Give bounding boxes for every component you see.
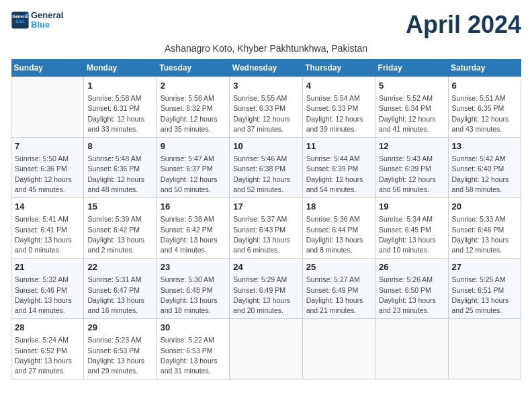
day-cell: 29Sunrise: 5:23 AM Sunset: 6:53 PM Dayli…	[84, 319, 157, 379]
week-row-2: 7Sunrise: 5:50 AM Sunset: 6:36 PM Daylig…	[11, 138, 521, 198]
day-number: 28	[15, 322, 80, 334]
day-number: 23	[161, 261, 226, 273]
day-cell: 12Sunrise: 5:43 AM Sunset: 6:39 PM Dayli…	[375, 138, 448, 198]
day-cell: 8Sunrise: 5:48 AM Sunset: 6:36 PM Daylig…	[84, 138, 157, 198]
day-cell: 1Sunrise: 5:58 AM Sunset: 6:31 PM Daylig…	[84, 77, 157, 138]
day-info: Sunrise: 5:42 AM Sunset: 6:40 PM Dayligh…	[452, 154, 517, 195]
day-number: 10	[233, 140, 298, 152]
day-cell: 21Sunrise: 5:32 AM Sunset: 6:46 PM Dayli…	[11, 259, 84, 319]
day-cell: 16Sunrise: 5:38 AM Sunset: 6:42 PM Dayli…	[157, 198, 229, 259]
day-info: Sunrise: 5:23 AM Sunset: 6:53 PM Dayligh…	[87, 335, 152, 376]
day-cell: 15Sunrise: 5:39 AM Sunset: 6:42 PM Dayli…	[84, 198, 157, 259]
day-cell: 25Sunrise: 5:27 AM Sunset: 6:49 PM Dayli…	[302, 259, 375, 319]
day-cell: 11Sunrise: 5:44 AM Sunset: 6:39 PM Dayli…	[302, 138, 375, 198]
day-info: Sunrise: 5:58 AM Sunset: 6:31 PM Dayligh…	[87, 93, 152, 134]
day-info: Sunrise: 5:50 AM Sunset: 6:36 PM Dayligh…	[15, 154, 80, 195]
month-title-section: April 2024	[406, 11, 521, 39]
day-cell: 6Sunrise: 5:51 AM Sunset: 6:35 PM Daylig…	[448, 77, 521, 138]
day-info: Sunrise: 5:38 AM Sunset: 6:42 PM Dayligh…	[161, 214, 226, 255]
day-number: 15	[87, 201, 152, 213]
logo-text-line2: Blue	[31, 20, 63, 30]
day-info: Sunrise: 5:30 AM Sunset: 6:48 PM Dayligh…	[161, 275, 226, 316]
calendar-body: 1Sunrise: 5:58 AM Sunset: 6:31 PM Daylig…	[11, 77, 521, 379]
day-cell	[230, 319, 302, 379]
calendar-table: SundayMondayTuesdayWednesdayThursdayFrid…	[11, 59, 521, 379]
day-cell: 22Sunrise: 5:31 AM Sunset: 6:47 PM Dayli…	[84, 259, 157, 319]
day-cell: 23Sunrise: 5:30 AM Sunset: 6:48 PM Dayli…	[157, 259, 229, 319]
day-number: 5	[379, 80, 444, 92]
day-info: Sunrise: 5:22 AM Sunset: 6:53 PM Dayligh…	[161, 335, 226, 376]
day-number: 26	[379, 261, 444, 273]
day-info: Sunrise: 5:48 AM Sunset: 6:36 PM Dayligh…	[87, 154, 152, 195]
week-row-3: 14Sunrise: 5:41 AM Sunset: 6:41 PM Dayli…	[11, 198, 521, 259]
logo-text-line1: General	[31, 11, 63, 20]
day-info: Sunrise: 5:52 AM Sunset: 6:34 PM Dayligh…	[379, 93, 444, 134]
svg-text:Blue: Blue	[15, 19, 25, 24]
day-number: 2	[161, 80, 226, 92]
week-row-1: 1Sunrise: 5:58 AM Sunset: 6:31 PM Daylig…	[11, 77, 521, 138]
day-number: 20	[452, 201, 517, 213]
day-info: Sunrise: 5:24 AM Sunset: 6:52 PM Dayligh…	[15, 335, 80, 376]
day-info: Sunrise: 5:36 AM Sunset: 6:44 PM Dayligh…	[306, 214, 371, 255]
day-number: 19	[379, 201, 444, 213]
day-cell: 4Sunrise: 5:54 AM Sunset: 6:33 PM Daylig…	[302, 77, 375, 138]
day-cell: 10Sunrise: 5:46 AM Sunset: 6:38 PM Dayli…	[230, 138, 302, 198]
day-info: Sunrise: 5:34 AM Sunset: 6:45 PM Dayligh…	[379, 214, 444, 255]
day-info: Sunrise: 5:29 AM Sunset: 6:49 PM Dayligh…	[233, 275, 298, 316]
day-number: 6	[452, 80, 517, 92]
day-cell: 18Sunrise: 5:36 AM Sunset: 6:44 PM Dayli…	[302, 198, 375, 259]
day-cell: 9Sunrise: 5:47 AM Sunset: 6:37 PM Daylig…	[157, 138, 229, 198]
day-info: Sunrise: 5:51 AM Sunset: 6:35 PM Dayligh…	[452, 93, 517, 134]
day-cell: 7Sunrise: 5:50 AM Sunset: 6:36 PM Daylig…	[11, 138, 84, 198]
column-header-monday: Monday	[84, 59, 157, 77]
month-title: April 2024	[406, 11, 521, 39]
week-row-4: 21Sunrise: 5:32 AM Sunset: 6:46 PM Dayli…	[11, 259, 521, 319]
day-info: Sunrise: 5:33 AM Sunset: 6:46 PM Dayligh…	[452, 214, 517, 255]
day-number: 11	[306, 140, 371, 152]
day-number: 4	[306, 80, 371, 92]
day-cell: 24Sunrise: 5:29 AM Sunset: 6:49 PM Dayli…	[230, 259, 302, 319]
day-cell: 28Sunrise: 5:24 AM Sunset: 6:52 PM Dayli…	[11, 319, 84, 379]
week-row-5: 28Sunrise: 5:24 AM Sunset: 6:52 PM Dayli…	[11, 319, 521, 379]
day-cell	[302, 319, 375, 379]
day-number: 29	[87, 322, 152, 334]
day-cell: 5Sunrise: 5:52 AM Sunset: 6:34 PM Daylig…	[375, 77, 448, 138]
day-cell: 20Sunrise: 5:33 AM Sunset: 6:46 PM Dayli…	[448, 198, 521, 259]
column-header-tuesday: Tuesday	[157, 59, 229, 77]
day-number: 8	[87, 140, 152, 152]
column-header-friday: Friday	[375, 59, 448, 77]
day-number: 16	[161, 201, 226, 213]
day-cell: 26Sunrise: 5:26 AM Sunset: 6:50 PM Dayli…	[375, 259, 448, 319]
logo-icon: General Blue	[11, 11, 30, 30]
day-info: Sunrise: 5:46 AM Sunset: 6:38 PM Dayligh…	[233, 154, 298, 195]
column-header-wednesday: Wednesday	[230, 59, 302, 77]
day-number: 22	[87, 261, 152, 273]
day-info: Sunrise: 5:55 AM Sunset: 6:33 PM Dayligh…	[233, 93, 298, 134]
day-cell: 27Sunrise: 5:25 AM Sunset: 6:51 PM Dayli…	[448, 259, 521, 319]
day-cell: 13Sunrise: 5:42 AM Sunset: 6:40 PM Dayli…	[448, 138, 521, 198]
subtitle: Ashanagro Koto, Khyber Pakhtunkhwa, Paki…	[11, 43, 521, 54]
column-header-thursday: Thursday	[302, 59, 375, 77]
day-info: Sunrise: 5:31 AM Sunset: 6:47 PM Dayligh…	[87, 275, 152, 316]
day-number: 24	[233, 261, 298, 273]
day-number: 18	[306, 201, 371, 213]
day-info: Sunrise: 5:44 AM Sunset: 6:39 PM Dayligh…	[306, 154, 371, 195]
day-number: 25	[306, 261, 371, 273]
column-header-sunday: Sunday	[11, 59, 84, 77]
day-info: Sunrise: 5:54 AM Sunset: 6:33 PM Dayligh…	[306, 93, 371, 134]
day-cell: 19Sunrise: 5:34 AM Sunset: 6:45 PM Dayli…	[375, 198, 448, 259]
day-info: Sunrise: 5:27 AM Sunset: 6:49 PM Dayligh…	[306, 275, 371, 316]
day-number: 13	[452, 140, 517, 152]
day-number: 3	[233, 80, 298, 92]
day-number: 14	[15, 201, 80, 213]
day-info: Sunrise: 5:56 AM Sunset: 6:32 PM Dayligh…	[161, 93, 226, 134]
day-info: Sunrise: 5:26 AM Sunset: 6:50 PM Dayligh…	[379, 275, 444, 316]
column-header-saturday: Saturday	[448, 59, 521, 77]
day-cell: 17Sunrise: 5:37 AM Sunset: 6:43 PM Dayli…	[230, 198, 302, 259]
logo: General Blue General Blue	[11, 11, 63, 30]
day-number: 27	[452, 261, 517, 273]
day-info: Sunrise: 5:47 AM Sunset: 6:37 PM Dayligh…	[161, 154, 226, 195]
day-number: 7	[15, 140, 80, 152]
day-cell	[375, 319, 448, 379]
day-number: 30	[161, 322, 226, 334]
